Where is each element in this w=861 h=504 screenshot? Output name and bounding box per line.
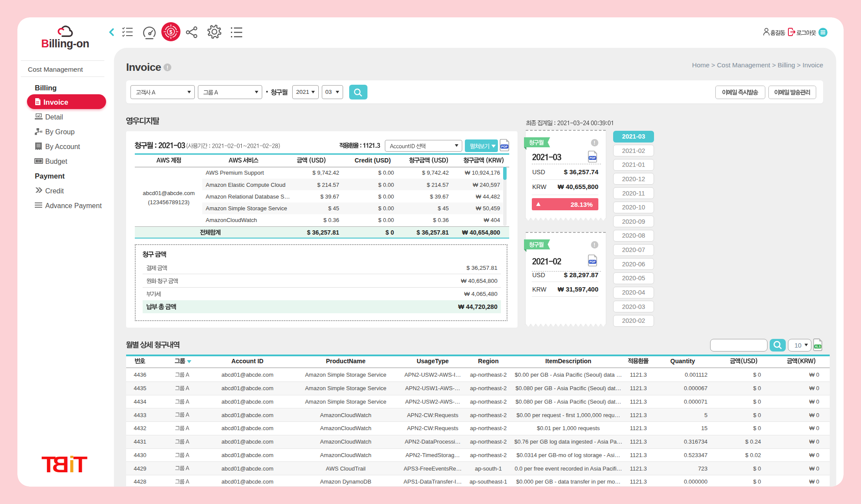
svg-text:₩: ₩ <box>37 159 40 162</box>
svg-text:$: $ <box>170 29 173 35</box>
svg-text:XLS: XLS <box>815 345 821 348</box>
svg-text:PDF: PDF <box>589 260 596 264</box>
svg-text:PDF: PDF <box>589 156 596 160</box>
svg-text:PDF: PDF <box>501 145 508 149</box>
